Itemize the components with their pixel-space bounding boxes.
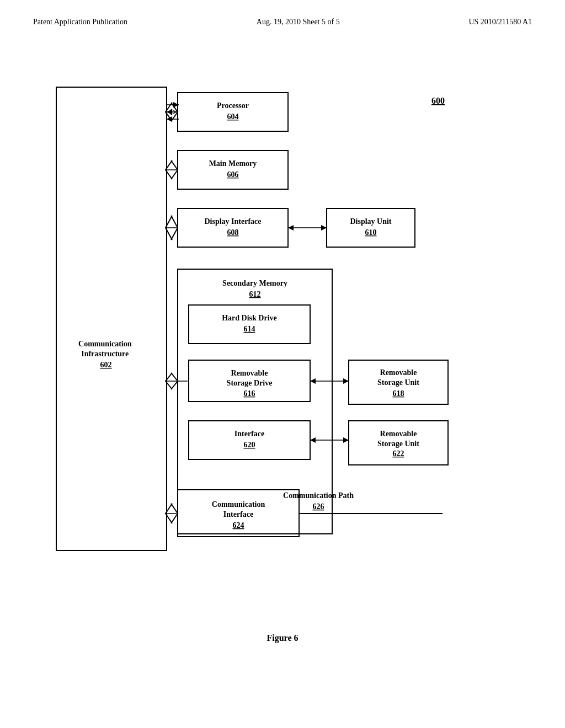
arrow-if620-su622-right [343,437,349,443]
display-unit-box [327,208,415,247]
storage-unit-618-number: 618 [393,389,404,398]
storage-unit-622-label1: Removable [380,430,417,438]
hard-disk-box [189,305,310,344]
figure-caption: Figure 6 [0,633,565,643]
main-memory-box [178,151,288,189]
header-left: Patent Application Publication [33,18,127,26]
interface-620-box [189,421,310,459]
removable-drive-label: Removable [231,369,268,377]
arrow-rsd-su618-right [343,378,349,384]
processor-label: Processor [217,101,249,110]
main-memory-number: 606 [227,170,239,179]
hard-disk-number: 614 [244,325,255,333]
comm-path-number: 626 [313,502,324,511]
removable-drive-number: 616 [244,389,255,398]
arrow-if620-su622-left [310,437,316,443]
diagram-area: 600 Communication Infrastructure 602 Pro… [0,38,565,617]
display-interface-label: Display Interface [204,217,261,226]
display-unit-label: Display Unit [350,217,391,226]
storage-unit-622-number: 622 [393,449,404,458]
display-unit-number: 610 [365,228,377,237]
storage-unit-622-label2: Storage Unit [377,440,419,448]
comm-path-label: Communication Path [283,491,354,500]
arrow-di-du-right [321,225,327,231]
interface-620-number: 620 [244,441,255,449]
secondary-memory-label: Secondary Memory [222,279,287,287]
main-memory-label: Main Memory [209,159,257,168]
storage-unit-618-label2: Storage Unit [377,378,419,387]
arrow-rsd-su618-left [310,378,316,384]
comm-infra-label: Communication Infrastructure 602 [78,340,134,369]
comm-infra-outer-box [56,87,167,550]
header-center: Aug. 19, 2010 Sheet 5 of 5 [257,18,340,26]
display-interface-number: 608 [227,228,239,237]
processor-box [178,93,288,131]
arrow-di-du-left [288,225,294,231]
patent-header: Patent Application Publication Aug. 19, … [0,0,565,26]
comm-interface-label2: Interface [223,510,253,518]
comm-interface-number: 624 [233,521,244,529]
comm-interface-label1: Communication [212,500,265,508]
storage-unit-618-label1: Removable [380,368,417,377]
hard-disk-label: Hard Disk Drive [222,314,277,322]
label-600: 600 [431,96,445,105]
interface-620-label: Interface [234,430,264,438]
secondary-memory-number: 612 [249,290,261,298]
display-interface-box [178,208,288,247]
figure-6-svg: 600 Communication Infrastructure 602 Pro… [45,71,520,595]
processor-number: 604 [227,113,239,121]
removable-drive-label2: Storage Drive [227,379,273,387]
header-right: US 2010/211580 A1 [468,18,532,26]
